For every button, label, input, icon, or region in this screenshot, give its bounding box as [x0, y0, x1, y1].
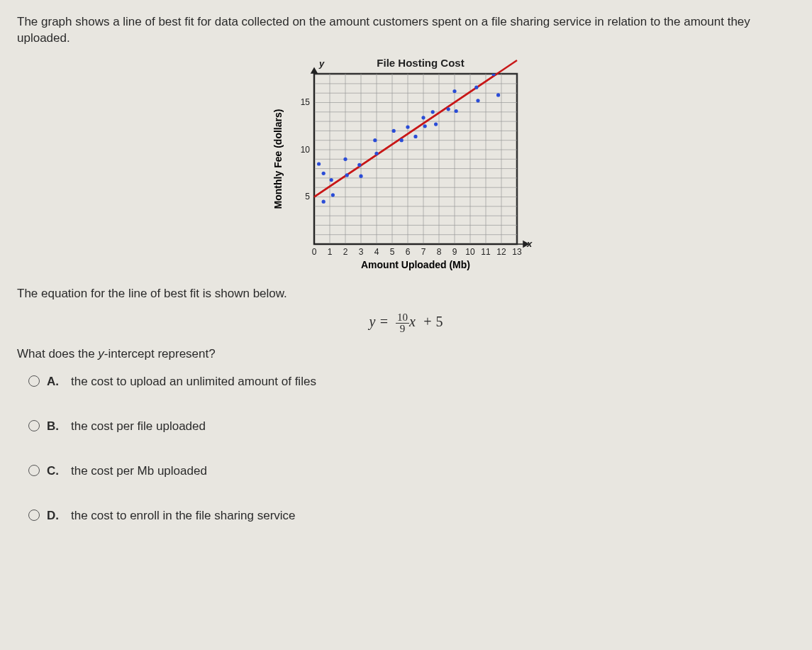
svg-text:1: 1	[327, 247, 332, 257]
y-axis-label: Monthly Fee (dollars)	[272, 109, 284, 209]
svg-text:7: 7	[421, 247, 426, 257]
x-axis-label: Amount Uploaded (Mb)	[361, 259, 470, 270]
svg-point-63	[391, 129, 395, 133]
svg-marker-32	[311, 68, 317, 73]
chart-title: File Hosting Cost	[377, 57, 464, 69]
scatter-points	[317, 72, 500, 204]
option-label: C.	[47, 464, 64, 478]
svg-point-71	[446, 107, 450, 111]
svg-text:6: 6	[405, 247, 410, 257]
svg-point-58	[345, 173, 348, 177]
radio-icon[interactable]	[28, 420, 40, 431]
svg-point-62	[374, 152, 378, 155]
svg-point-70	[434, 122, 438, 126]
svg-point-75	[476, 99, 479, 102]
option-label: B.	[47, 419, 64, 434]
option-label: D.	[47, 509, 64, 523]
equation-display: y = 109x + 5	[17, 312, 795, 334]
svg-text:11: 11	[481, 247, 491, 257]
option-a[interactable]: A. the cost to upload an unlimited amoun…	[17, 374, 795, 389]
file-hosting-chart: y File Hosting Cost x 012345678910111213…	[265, 53, 548, 272]
svg-point-60	[359, 174, 362, 177]
svg-point-69	[430, 110, 434, 114]
svg-point-56	[330, 193, 334, 197]
chart-container: y File Hosting Cost x 012345678910111213…	[17, 53, 795, 272]
svg-text:5: 5	[305, 192, 310, 202]
radio-icon[interactable]	[28, 375, 40, 387]
svg-point-73	[454, 109, 457, 113]
radio-icon[interactable]	[28, 509, 40, 521]
svg-point-77	[496, 93, 500, 97]
svg-point-65	[406, 125, 409, 128]
radio-icon[interactable]	[28, 465, 40, 476]
svg-text:8: 8	[436, 247, 441, 257]
equation-intro: The equation for the line of best fit is…	[17, 285, 795, 302]
y-ticks: 51015	[300, 97, 310, 202]
svg-point-52	[317, 162, 321, 165]
svg-point-64	[399, 138, 403, 142]
question-text: What does the y-intercept represent?	[17, 347, 795, 361]
svg-point-61	[373, 138, 377, 142]
svg-text:0: 0	[311, 247, 316, 257]
svg-point-67	[421, 116, 425, 119]
svg-text:9: 9	[452, 247, 457, 257]
svg-text:15: 15	[300, 97, 310, 107]
svg-text:12: 12	[496, 247, 506, 257]
option-c[interactable]: C. the cost per Mb uploaded	[17, 463, 795, 478]
svg-point-54	[321, 199, 325, 203]
svg-text:3: 3	[358, 247, 363, 257]
svg-point-72	[452, 89, 456, 93]
option-b[interactable]: B. the cost per file uploaded	[17, 419, 795, 434]
svg-text:4: 4	[374, 247, 379, 257]
svg-text:10: 10	[465, 247, 475, 257]
svg-text:10: 10	[300, 145, 310, 155]
svg-point-74	[474, 85, 478, 89]
y-axis-var: y	[318, 58, 325, 69]
svg-point-55	[329, 178, 333, 182]
option-label: A.	[47, 375, 64, 389]
option-text: the cost to upload an unlimited amount o…	[71, 375, 316, 389]
option-text: the cost to enroll in the file sharing s…	[71, 509, 296, 523]
svg-text:5: 5	[389, 247, 394, 257]
svg-point-59	[357, 163, 361, 167]
x-ticks: 012345678910111213	[311, 247, 521, 257]
option-text: the cost per file uploaded	[71, 419, 206, 434]
svg-point-68	[423, 124, 426, 128]
svg-point-57	[343, 158, 347, 161]
axes	[311, 68, 528, 247]
svg-text:13: 13	[512, 247, 522, 257]
svg-point-66	[413, 135, 417, 138]
answer-options: A. the cost to upload an unlimited amoun…	[17, 374, 795, 523]
problem-intro: The graph shows a line of best fit for d…	[17, 14, 795, 47]
svg-text:2: 2	[343, 247, 347, 257]
option-text: the cost per Mb uploaded	[71, 464, 207, 478]
option-d[interactable]: D. the cost to enroll in the file sharin…	[17, 508, 795, 523]
svg-point-53	[321, 172, 325, 175]
svg-line-51	[314, 60, 517, 197]
